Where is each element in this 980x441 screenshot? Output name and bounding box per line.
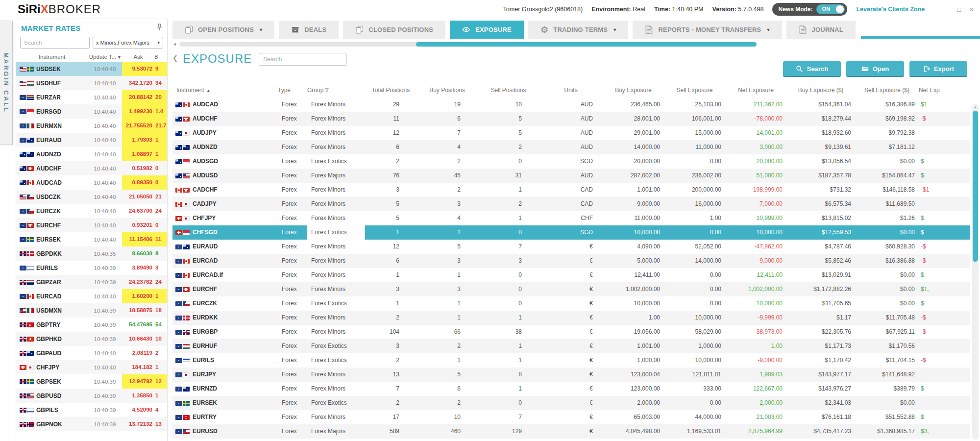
exposure-row-audjpy[interactable]: AUDJPYForexForex Minors1275AUD29,001.001… bbox=[172, 126, 970, 140]
market-row-eurzar[interactable]: EURZAR10:40:4020.8814220 bbox=[16, 90, 167, 104]
maximize-icon[interactable]: □ bbox=[957, 6, 961, 13]
market-col-ask[interactable]: Ask bbox=[122, 54, 154, 60]
exposure-row-chfsgd[interactable]: CHFSGDForexForex Exotics110SGD10,000.000… bbox=[172, 225, 970, 240]
exp-col-net-exposure[interactable]: Net Exposure bbox=[725, 87, 786, 94]
tab-deals[interactable]: DEALS bbox=[279, 21, 339, 39]
market-row-eursgd[interactable]: EURSGD10:40:401.4992301.4 bbox=[16, 104, 167, 119]
exposure-row-eurgbp[interactable]: EURGBPForexForex Minors1046638€19,056.00… bbox=[172, 325, 970, 339]
collapse-market-panel-icon[interactable]: ❮ bbox=[172, 54, 178, 62]
exp-col-sell-exposure[interactable]: Sell Exposure ($) bbox=[855, 87, 919, 94]
market-row-eurcad[interactable]: EURCAD10:40:401.602001 bbox=[16, 289, 167, 303]
exposure-search-input[interactable] bbox=[259, 53, 347, 66]
exposure-row-eurczk[interactable]: EURCZKForexForex Exotics110€10,000.000.0… bbox=[172, 296, 970, 311]
exposure-row-eurils[interactable]: EURILSForexForex Exotics211€1,000.0010,0… bbox=[172, 353, 970, 368]
exposure-row-eurchf[interactable]: EURCHFForexForex Minors330€1,002,000.000… bbox=[172, 282, 970, 296]
export-button[interactable]: Export bbox=[909, 61, 967, 77]
market-col-b[interactable]: B bbox=[154, 54, 167, 60]
exp-col-sell-positions[interactable]: Sell Positions bbox=[478, 87, 539, 94]
market-row-gbphkd[interactable]: GBPHKD10:40:3910.6643010 bbox=[16, 332, 167, 346]
market-row-usdczk[interactable]: USDCZK10:40:4021.0505021 bbox=[16, 190, 167, 204]
gbp-flag-icon bbox=[20, 408, 26, 413]
pin-icon[interactable] bbox=[157, 24, 162, 32]
vertical-scrollbar[interactable]: ▲ bbox=[972, 104, 979, 440]
market-row-audcad[interactable]: AUDCAD10:40:400.893500 bbox=[16, 175, 167, 190]
market-row-gbpils[interactable]: GBPILS10:40:394.520904 bbox=[16, 403, 167, 417]
exposure-row-eurnzd[interactable]: EURNZDForexForex Minors761€123,000.00333… bbox=[172, 382, 970, 396]
market-row-gbpzar[interactable]: GBPZAR10:40:3924.2376224 bbox=[16, 275, 167, 289]
horizontal-scrollbar[interactable] bbox=[179, 42, 757, 47]
market-row-eurchf[interactable]: EURCHF10:40:400.932010 bbox=[16, 218, 167, 232]
exposure-row-eurtry[interactable]: EURTRYForexForex Minors17107€65,003.0044… bbox=[172, 410, 970, 424]
exp-col-instrument[interactable]: Instrument▲ bbox=[172, 87, 278, 94]
tab-closed-positions[interactable]: CLOSED POSITIONS bbox=[343, 21, 445, 39]
sek-flag-icon bbox=[27, 379, 34, 384]
cell-group: Forex Minors bbox=[307, 282, 365, 296]
scroll-left-icon[interactable]: ◄ bbox=[172, 42, 177, 47]
horizontal-scroll-thumb[interactable] bbox=[416, 42, 757, 47]
exposure-row-audnzd[interactable]: AUDNZDForexForex Minors642AUD14,000.0011… bbox=[172, 140, 970, 154]
scroll-up-icon[interactable]: ▲ bbox=[972, 104, 979, 110]
tab-open-positions[interactable]: OPEN POSITIONS▾ bbox=[172, 21, 274, 39]
market-row-usdhuf[interactable]: USDHUF10:40:40342.172034 bbox=[16, 76, 167, 90]
market-filter-select[interactable]: x Minors,Forex Majors ▾ bbox=[93, 37, 163, 49]
exposure-row-audcad[interactable]: AUDCADForexForex Minors291910AUD236,465.… bbox=[172, 98, 970, 112]
exp-col-net-exp[interactable]: Net Exp bbox=[919, 87, 970, 94]
open-button[interactable]: Open bbox=[846, 61, 904, 77]
market-row-audchf[interactable]: AUDCHF10:40:400.519820 bbox=[16, 161, 167, 175]
exposure-row-euraud[interactable]: EURAUDForexForex Minors1257€4,090.0052,0… bbox=[172, 240, 970, 254]
market-row-euraud[interactable]: EURAUD10:40:401.793031 bbox=[16, 133, 167, 147]
exp-col-sell-exposure[interactable]: Sell Exposure bbox=[664, 87, 725, 94]
exposure-row-eurcad[interactable]: EURCADForexForex Minors633€5,000.0014,00… bbox=[172, 254, 970, 268]
exposure-row-audchf[interactable]: AUDCHFForexForex Minors1165AUD28,001.001… bbox=[172, 112, 970, 126]
market-search-input[interactable] bbox=[20, 37, 90, 49]
market-row-gbpnok[interactable]: GBPNOK10:40:3913.7213213 bbox=[16, 417, 167, 431]
exp-col-total-positions[interactable]: Total Positions bbox=[365, 87, 416, 94]
filter-icon[interactable] bbox=[325, 87, 329, 94]
market-row-eurmxn[interactable]: EURMXN10:40:4021.75552021.7 bbox=[16, 119, 167, 133]
market-row-audnzd[interactable]: AUDNZD10:40:401.088971 bbox=[16, 147, 167, 161]
exposure-row-cadjpy[interactable]: CADJPYForexForex Minors532CAD9,000.0016,… bbox=[172, 197, 970, 211]
market-row-gbpaud[interactable]: GBPAUD10:40:402.081192 bbox=[16, 346, 167, 360]
exposure-row-audsgd[interactable]: AUDSGDForexForex Exotics220SGD20,000.000… bbox=[172, 154, 970, 169]
exposure-row-eurdkk[interactable]: EURDKKForexForex Minors211€1.0010,000.00… bbox=[172, 311, 970, 325]
exposure-row-chfjpy[interactable]: CHFJPYForexForex Minors541CHF11,000.001.… bbox=[172, 211, 970, 225]
news-mode-toggle[interactable]: ON bbox=[816, 4, 845, 14]
market-row-gbpdkk[interactable]: GBPDKK10:40:358.660308 bbox=[16, 246, 167, 261]
market-row-gbpsek[interactable]: GBPSEK10:40:3912.9479212 bbox=[16, 374, 167, 389]
close-icon[interactable]: × bbox=[969, 6, 973, 13]
search-button[interactable]: Search bbox=[783, 61, 841, 77]
exp-col-type[interactable]: Type bbox=[278, 87, 307, 94]
cell-units: € bbox=[539, 410, 603, 424]
market-row-eurils[interactable]: EURILS10:40:393.894903 bbox=[16, 261, 167, 275]
market-row-usdmxn[interactable]: USDMXN10:40:3918.5887518 bbox=[16, 303, 167, 318]
tab-reports-money-transfers[interactable]: REPORTS - MONEY TRANSFERS▾ bbox=[633, 21, 782, 39]
exp-col-buy-exposure[interactable]: Buy Exposure ($) bbox=[786, 87, 855, 94]
market-col-instrument[interactable]: Instrument bbox=[16, 54, 88, 60]
market-row-gbptry[interactable]: GBPTRY10:40:3954.4769554 bbox=[16, 318, 167, 332]
market-row-chfjpy[interactable]: CHFJPY10:40:40184.1821 bbox=[16, 360, 167, 374]
market-row-gbpusd[interactable]: GBPUSD10:40:391.358501 bbox=[16, 389, 167, 403]
margin-call-tab[interactable]: MARGIN CALL bbox=[0, 21, 13, 145]
exposure-row-eurusd[interactable]: EURUSDForexForex Majors589460129€4,045,4… bbox=[172, 424, 970, 439]
exp-col-buy-positions[interactable]: Buy Positions bbox=[416, 87, 478, 94]
tab-trading-terms[interactable]: ⚙TRADING TERMS▾ bbox=[528, 21, 629, 39]
exposure-row-eurhuf[interactable]: EURHUFForexForex Exotics321€1,001.001,00… bbox=[172, 339, 970, 353]
market-row-eurczk[interactable]: EURCZK10:40:4024.6370024 bbox=[16, 204, 167, 218]
exp-col-buy-exposure[interactable]: Buy Exposure bbox=[603, 87, 664, 94]
tab-exposure[interactable]: EXPOSURE bbox=[450, 21, 524, 39]
tab-journal[interactable]: JOURNAL bbox=[786, 21, 856, 39]
market-col-update-t-[interactable]: Update T... ▾ bbox=[88, 53, 122, 60]
exposure-row-cadchf[interactable]: CADCHFForexForex Minors321CAD1,001.00200… bbox=[172, 183, 970, 197]
exp-col-group[interactable]: Group bbox=[307, 87, 365, 94]
exposure-row-eurcad.lf[interactable]: EURCAD.lfForexForex Minors110€12,411.000… bbox=[172, 268, 970, 282]
exposure-row-eursek[interactable]: EURSEKForexForex Exotics220€2,000.000.00… bbox=[172, 396, 970, 410]
exp-col-units[interactable]: Units bbox=[539, 87, 603, 94]
exposure-row-eurjpy[interactable]: EURJPYForexForex Minors1358€123,000.0412… bbox=[172, 368, 970, 382]
clients-zone-link[interactable]: Leverate's Clients Zone bbox=[856, 6, 925, 13]
market-row-eursek[interactable]: EURSEK10:40:4011.1540611 bbox=[16, 232, 167, 246]
exposure-row-audusd[interactable]: AUDUSDForexForex Majors764531AUD287,002.… bbox=[172, 169, 970, 183]
market-row-usdsek[interactable]: USDSEK10:40:409.530729 bbox=[16, 62, 167, 76]
cell-group: Forex Minors bbox=[307, 183, 365, 197]
vertical-scroll-thumb[interactable] bbox=[973, 111, 978, 262]
minimize-icon[interactable]: – bbox=[945, 6, 949, 13]
